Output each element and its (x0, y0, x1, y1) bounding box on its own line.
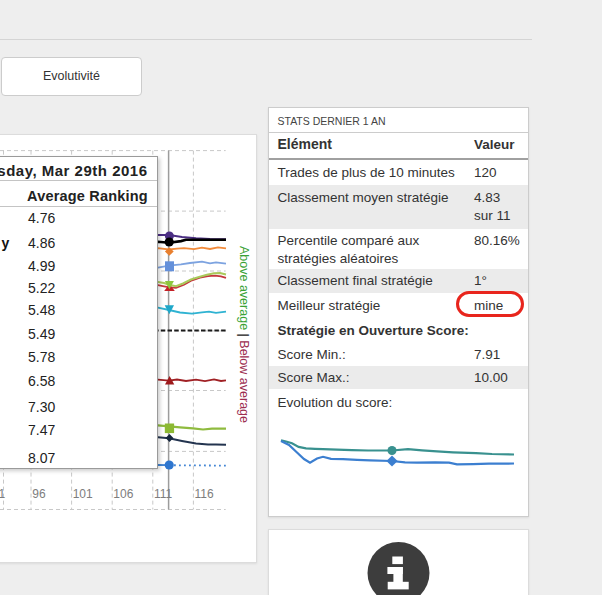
svg-text:96: 96 (32, 487, 46, 501)
svg-text:91: 91 (0, 487, 5, 501)
svg-text:Above average | Below average: Above average | Below average (237, 246, 251, 423)
svg-text:106: 106 (113, 487, 133, 501)
svg-text:116: 116 (195, 487, 214, 501)
svg-text:101: 101 (73, 487, 93, 501)
svg-text:111: 111 (154, 487, 173, 501)
